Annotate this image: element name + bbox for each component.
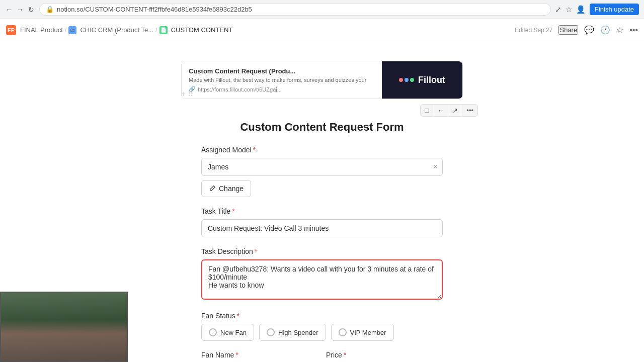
fillout-dot-green bbox=[410, 78, 414, 82]
external-link-icon[interactable]: ⤢ bbox=[555, 5, 561, 14]
assigned-model-label: Assigned Model * bbox=[201, 146, 443, 154]
fan-status-new-fan[interactable]: New Fan bbox=[201, 324, 254, 341]
comment-icon[interactable]: 💬 bbox=[584, 25, 594, 35]
form-title: Custom Content Request Form bbox=[201, 121, 443, 134]
task-title-input[interactable] bbox=[201, 219, 443, 237]
profile-icon[interactable]: 👤 bbox=[576, 5, 586, 14]
clear-model-button[interactable]: × bbox=[433, 162, 438, 171]
task-title-field: Task Title * bbox=[201, 207, 443, 237]
video-feed bbox=[0, 292, 128, 362]
price-field: Price * bbox=[326, 351, 443, 359]
fillout-dot-blue bbox=[405, 78, 409, 82]
radio-circle-new-fan bbox=[209, 328, 217, 336]
workspace-icon: FP bbox=[6, 25, 16, 35]
more-options-icon[interactable]: ••• bbox=[629, 26, 638, 35]
assigned-model-field: Assigned Model * × Change bbox=[201, 146, 443, 197]
radio-circle-high-spender bbox=[267, 328, 275, 336]
share-button[interactable]: Share bbox=[558, 25, 578, 35]
embed-toolbar-inner: □ ↔ ↗ ••• bbox=[420, 104, 478, 117]
new-fan-label: New Fan bbox=[220, 329, 247, 336]
star-page-icon[interactable]: ☆ bbox=[616, 25, 623, 35]
fan-name-label: Fan Name * bbox=[201, 351, 318, 359]
fan-name-field: Fan Name * bbox=[201, 351, 318, 359]
finish-update-button[interactable]: Finish update bbox=[590, 4, 639, 15]
fillout-dot-red bbox=[399, 78, 403, 82]
change-button[interactable]: Change bbox=[201, 180, 251, 197]
task-description-textarea[interactable]: Fan @ufbehu3278: Wants a video call with… bbox=[201, 259, 443, 300]
clock-icon[interactable]: 🕐 bbox=[600, 25, 610, 35]
task-description-label: Task Description * bbox=[201, 247, 443, 255]
radio-circle-vip bbox=[339, 328, 347, 336]
breadcrumb-sep-1: / bbox=[65, 26, 67, 34]
required-star-price: * bbox=[344, 351, 346, 359]
breadcrumb-icon-crm: 🗂 bbox=[68, 26, 76, 34]
video-person bbox=[1, 293, 127, 361]
task-description-field: Task Description * Fan @ufbehu3278: Want… bbox=[201, 247, 443, 302]
workspace-info: FP bbox=[6, 25, 16, 35]
assigned-model-input[interactable] bbox=[201, 158, 443, 176]
high-spender-label: High Spender bbox=[278, 329, 318, 336]
fan-status-label: Fan Status * bbox=[201, 312, 443, 320]
fan-status-high-spender[interactable]: High Spender bbox=[259, 324, 326, 341]
lock-icon: 🔒 bbox=[46, 6, 54, 13]
vip-member-label: VIP Member bbox=[350, 329, 386, 336]
required-star-status: * bbox=[237, 312, 239, 320]
breadcrumb-workspace[interactable]: FINAL Product bbox=[20, 26, 63, 34]
embed-toolbar: □ ↔ ↗ ••• bbox=[166, 104, 478, 117]
breadcrumb-icon-custom: 📄 bbox=[159, 26, 168, 34]
add-icon[interactable]: + bbox=[181, 89, 186, 99]
required-star-fan-name: * bbox=[235, 351, 238, 359]
app-header: FP FINAL Product / 🗂 CHIC CRM (Product T… bbox=[0, 19, 644, 41]
required-star-title: * bbox=[232, 207, 234, 215]
video-feed-inner bbox=[1, 293, 127, 361]
browser-toolbar: ← → ↻ 🔒 notion.so/CUSTOM-CONTENT-fff2ffb… bbox=[0, 0, 644, 19]
embed-external-button[interactable]: ↗ bbox=[448, 105, 462, 116]
edited-timestamp: Edited Sep 27 bbox=[515, 27, 552, 34]
embed-card-desc: Made with Fillout, the best way to make … bbox=[189, 77, 375, 83]
required-star-model: * bbox=[253, 146, 256, 154]
browser-chrome: ← → ↻ 🔒 notion.so/CUSTOM-CONTENT-fff2ffb… bbox=[0, 0, 644, 19]
required-star-desc: * bbox=[255, 247, 257, 255]
breadcrumb-custom-content[interactable]: CUSTOM CONTENT bbox=[171, 26, 233, 34]
form-container: Custom Content Request Form Assigned Mod… bbox=[201, 121, 443, 359]
browser-actions: ⤢ ☆ 👤 Finish update bbox=[555, 4, 639, 15]
fan-status-radio-group: New Fan High Spender VIP Member bbox=[201, 324, 443, 341]
url-text: notion.so/CUSTOM-CONTENT-fff2ffbfe46d81e… bbox=[57, 6, 252, 13]
fillout-brand-text: Fillout bbox=[418, 75, 445, 85]
breadcrumb-sep-2: / bbox=[155, 26, 157, 34]
fan-name-price-row: Fan Name * Price * bbox=[201, 351, 443, 359]
assigned-model-input-wrapper: × bbox=[201, 158, 443, 176]
reload-button[interactable]: ↻ bbox=[27, 6, 35, 14]
add-block-controls[interactable]: + ⠿ bbox=[181, 89, 644, 99]
drag-icon[interactable]: ⠿ bbox=[188, 89, 194, 99]
breadcrumb-crm[interactable]: CHIC CRM (Product Te... bbox=[80, 26, 153, 34]
star-icon[interactable]: ☆ bbox=[566, 5, 572, 14]
address-bar[interactable]: 🔒 notion.so/CUSTOM-CONTENT-fff2ffbfe46d8… bbox=[39, 3, 551, 16]
fan-status-vip-member[interactable]: VIP Member bbox=[331, 324, 394, 341]
task-title-label: Task Title * bbox=[201, 207, 443, 215]
fillout-logo-dots bbox=[399, 78, 414, 82]
forward-button[interactable]: → bbox=[16, 6, 24, 14]
embed-card-title: Custom Content Request (Produ... bbox=[189, 67, 375, 75]
embed-code-button[interactable]: □ bbox=[421, 105, 433, 116]
price-label: Price * bbox=[326, 351, 443, 359]
browser-controls: ← → ↻ bbox=[5, 6, 35, 14]
breadcrumb: FINAL Product / 🗂 CHIC CRM (Product Te..… bbox=[20, 26, 232, 34]
fan-status-field: Fan Status * New Fan High Spender VIP Me… bbox=[201, 312, 443, 341]
edit-icon bbox=[209, 185, 216, 192]
embed-split-button[interactable]: ↔ bbox=[433, 105, 448, 116]
back-button[interactable]: ← bbox=[5, 6, 13, 14]
embed-more-button[interactable]: ••• bbox=[462, 105, 477, 116]
header-right: Edited Sep 27 Share 💬 🕐 ☆ ••• bbox=[515, 25, 638, 35]
